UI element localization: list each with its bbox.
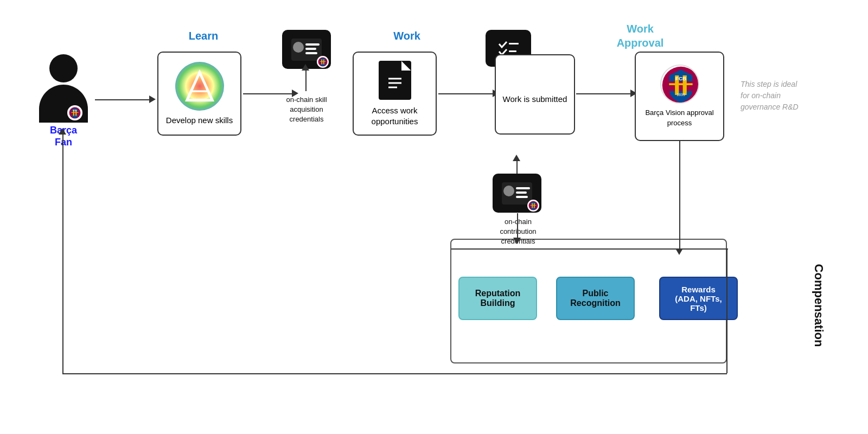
svg-rect-40 xyxy=(531,205,537,206)
skill-cred-label: on-chain skill acquisition credentials xyxy=(277,95,336,125)
box-barca-approval: FCB 1899 Barça Vision approval process xyxy=(635,52,724,141)
box-work-submitted: Work is submitted xyxy=(495,54,575,135)
svg-rect-33 xyxy=(516,187,530,189)
box-access-work: Access work opportunities xyxy=(353,52,437,136)
svg-rect-22 xyxy=(509,43,519,44)
arrowhead-up-to-contrib xyxy=(513,155,520,161)
arrow-horizontal-bottom xyxy=(451,248,728,250)
develop-skills-label: Develop new skills xyxy=(166,115,233,126)
arrow-right-side-vert xyxy=(726,248,727,373)
arrowhead-person-to-learn xyxy=(149,95,156,103)
barca-approval-label: Barça Vision approval process xyxy=(636,108,723,127)
svg-rect-4 xyxy=(71,112,78,113)
svg-text:1899: 1899 xyxy=(676,92,685,97)
svg-rect-35 xyxy=(516,196,528,198)
svg-marker-6 xyxy=(187,72,212,100)
svg-rect-23 xyxy=(509,50,516,52)
arrow-up-to-contrib xyxy=(516,161,518,174)
arrow-bottom-return xyxy=(62,373,727,374)
section-learn-label: Learn xyxy=(160,30,247,42)
svg-rect-28 xyxy=(669,84,692,86)
work-submitted-label: Work is submitted xyxy=(503,93,567,105)
contrib-cred-icon xyxy=(493,174,541,213)
arrowhead-barca-bigbox xyxy=(675,248,683,255)
box-public-recognition: Public Recognition xyxy=(556,277,635,320)
arrowhead-cred-up xyxy=(302,64,309,71)
arrow-vert-contrib-box xyxy=(517,213,518,239)
diagram-container: FCB Barça Fan Learn Develop new skills xyxy=(0,0,868,434)
section-work-label: Work xyxy=(363,30,450,42)
arrow-person-to-learn xyxy=(95,99,149,100)
svg-rect-12 xyxy=(305,52,317,54)
box-reputation: Reputation Building xyxy=(458,277,537,320)
box-develop-skills: Develop new skills xyxy=(157,52,241,136)
governance-note: This step is ideal for on-chain governan… xyxy=(741,79,838,113)
svg-text:FCB: FCB xyxy=(675,75,686,81)
svg-point-9 xyxy=(293,42,304,53)
arrow-barca-to-bigbox xyxy=(679,214,680,250)
person-body: FCB xyxy=(39,85,88,123)
svg-rect-37 xyxy=(531,205,537,207)
svg-rect-34 xyxy=(516,192,527,194)
svg-rect-11 xyxy=(305,48,316,50)
svg-rect-25 xyxy=(669,81,692,91)
section-work-approval-label: Work Approval xyxy=(586,22,694,50)
arrow-cred-up xyxy=(305,69,307,91)
arrowhead-return-to-person xyxy=(59,128,66,135)
svg-rect-10 xyxy=(305,43,320,46)
svg-rect-17 xyxy=(320,61,326,62)
person-barca-badge: FCB xyxy=(67,105,82,120)
arrow-submitted-to-approval xyxy=(576,93,630,94)
svg-text:FCB: FCB xyxy=(73,110,77,112)
person-head xyxy=(49,54,78,82)
arrow-left-return xyxy=(62,135,63,373)
skill-cred-icon xyxy=(282,30,331,69)
svg-rect-14 xyxy=(320,61,326,63)
arrowhead-to-contrib-box xyxy=(513,238,521,244)
svg-point-32 xyxy=(503,186,514,196)
arrow-learn-to-cred xyxy=(243,93,292,94)
arrow-work-to-submitted xyxy=(438,93,493,94)
svg-rect-1 xyxy=(71,112,78,115)
compensation-label: Compensation xyxy=(812,264,826,347)
access-work-label: Access work opportunities xyxy=(354,105,436,126)
